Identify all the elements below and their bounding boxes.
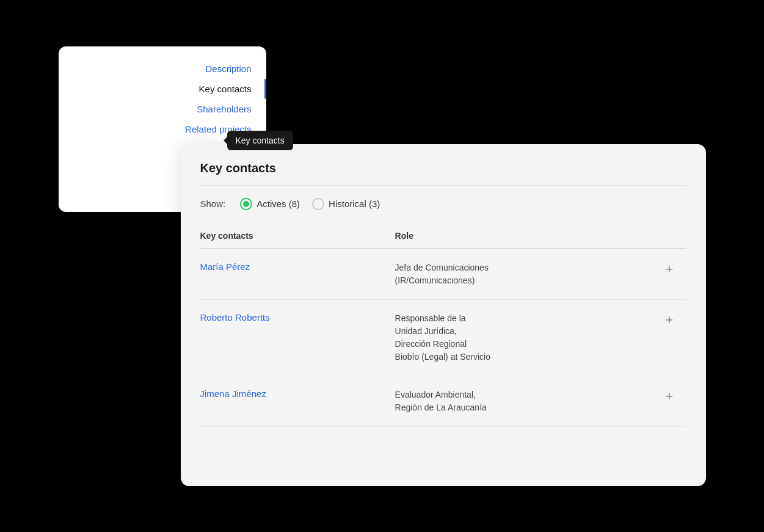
key-contacts-tooltip: Key contacts [227, 131, 293, 150]
contact-role: Responsable de la Unidad Jurídica, Direc… [395, 312, 554, 363]
show-label: Show: [200, 199, 226, 209]
table-header-row: Key contacts Role [200, 225, 686, 249]
sidebar-item-description[interactable]: Description [59, 59, 266, 79]
radio-actives[interactable]: Actives (8) [240, 198, 300, 210]
sidebar-item-shareholders[interactable]: Shareholders [59, 99, 266, 119]
contact-role: Evaluador Ambiental, Región de La Arauca… [395, 388, 554, 414]
table-row: Roberto RoberttsResponsable de la Unidad… [200, 299, 686, 376]
show-filter-row: Show: Actives (8) Historical (3) [200, 198, 686, 210]
contact-role: Jefa de Comunicaciones (IR/Comunicacione… [395, 261, 554, 287]
col-header-action [662, 225, 686, 249]
radio-historical-circle [312, 198, 324, 210]
table-row: María PérezJefa de Comunicaciones (IR/Co… [200, 249, 686, 300]
add-contact-button[interactable]: + [662, 388, 677, 404]
col-header-role: Role [395, 225, 662, 249]
add-contact-button[interactable]: + [662, 261, 677, 277]
contact-name[interactable]: Roberto Robertts [200, 312, 270, 322]
contact-name[interactable]: Jimena Jiménez [200, 388, 266, 399]
page-title: Key contacts [200, 161, 686, 186]
main-card: Key contacts Show: Actives (8) Historica… [181, 144, 706, 486]
sidebar-item-key-contacts[interactable]: Key contacts [59, 79, 266, 99]
contacts-table: Key contacts Role María PérezJefa de Com… [200, 225, 686, 427]
radio-historical[interactable]: Historical (3) [312, 198, 380, 210]
radio-actives-circle [240, 198, 252, 210]
add-contact-button[interactable]: + [662, 312, 677, 328]
table-row: Jimena JiménezEvaluador Ambiental, Regió… [200, 376, 686, 426]
col-header-contacts: Key contacts [200, 225, 395, 249]
contact-name[interactable]: María Pérez [200, 261, 250, 272]
radio-group: Actives (8) Historical (3) [240, 198, 380, 210]
